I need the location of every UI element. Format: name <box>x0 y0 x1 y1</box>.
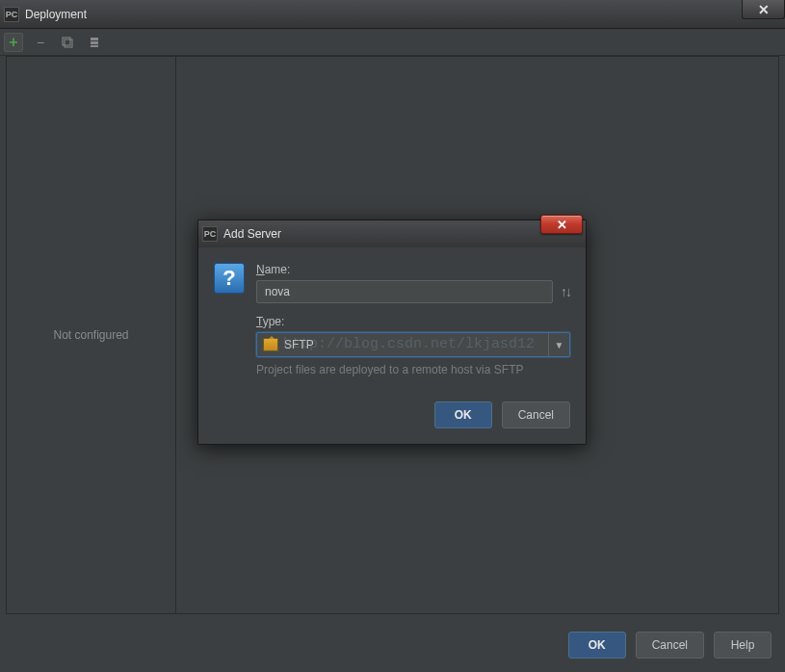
main-ok-button[interactable]: OK <box>568 632 626 659</box>
server-list-sidebar: Not configured <box>7 57 176 613</box>
window-title: Deployment <box>25 8 87 21</box>
dialog-app-icon: PC <box>202 226 218 242</box>
name-label: Name: <box>256 263 570 276</box>
dialog-title: Add Server <box>223 227 281 241</box>
dialog-titlebar[interactable]: PC Add Server ✕ <box>198 220 586 247</box>
dialog-button-bar: OK Cancel <box>198 392 586 444</box>
svg-rect-3 <box>91 41 98 44</box>
window-close-button[interactable]: ✕ <box>742 0 785 19</box>
dialog-close-button[interactable]: ✕ <box>540 215 583 234</box>
svg-rect-2 <box>91 38 98 40</box>
type-select[interactable]: SFTP ▼ <box>256 332 570 357</box>
main-titlebar: PC Deployment ✕ <box>0 0 785 29</box>
app-icon: PC <box>4 7 19 22</box>
svg-rect-1 <box>65 39 72 47</box>
dialog-cancel-button[interactable]: Cancel <box>502 401 570 428</box>
sftp-icon <box>263 338 278 351</box>
question-icon: ? <box>214 263 245 294</box>
dialog-body: ? Name: ↑↓ Type: SFTP ▼ Project files ar… <box>198 247 586 392</box>
sort-icon[interactable]: ↑↓ <box>561 284 570 299</box>
name-input[interactable] <box>256 280 553 303</box>
remove-button[interactable]: − <box>31 33 50 52</box>
toolbar: + − <box>0 29 785 56</box>
add-server-dialog: PC Add Server ✕ ? Name: ↑↓ Type: SFTP ▼ … <box>197 220 587 445</box>
settings-icon[interactable] <box>85 33 104 52</box>
svg-rect-0 <box>63 38 70 45</box>
dialog-ok-button[interactable]: OK <box>434 401 492 428</box>
main-cancel-button[interactable]: Cancel <box>636 632 704 659</box>
svg-rect-4 <box>91 45 98 47</box>
main-help-button[interactable]: Help <box>714 632 772 659</box>
chevron-down-icon: ▼ <box>548 333 569 356</box>
type-value: SFTP <box>284 338 314 351</box>
empty-state-text: Not configured <box>53 328 128 342</box>
type-help-text: Project files are deployed to a remote h… <box>256 363 570 376</box>
dialog-fields: Name: ↑↓ Type: SFTP ▼ Project files are … <box>256 263 570 376</box>
copy-button[interactable] <box>58 33 77 52</box>
type-label: Type: <box>256 315 570 328</box>
add-button[interactable]: + <box>4 33 23 52</box>
main-button-bar: OK Cancel Help <box>568 632 772 659</box>
